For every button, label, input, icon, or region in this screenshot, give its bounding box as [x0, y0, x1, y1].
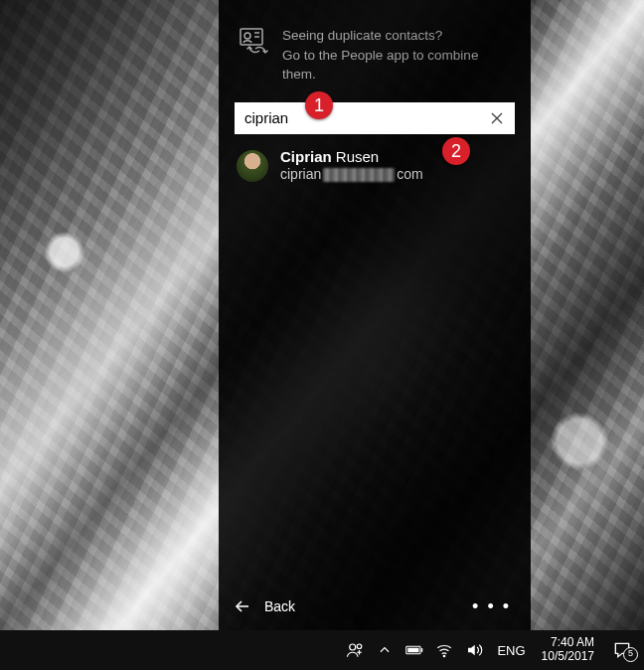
annotation-marker-1: 1	[305, 91, 333, 119]
clear-search-button[interactable]	[483, 102, 511, 134]
svg-point-1	[244, 33, 250, 39]
wifi-icon[interactable]	[435, 641, 453, 659]
arrow-left-icon	[235, 598, 250, 614]
tray-overflow-icon[interactable]	[376, 641, 394, 659]
contact-name: Ciprian Rusen	[280, 148, 423, 167]
more-button[interactable]: • • •	[468, 592, 515, 621]
svg-line-5	[492, 113, 502, 123]
back-button[interactable]: Back	[235, 598, 295, 614]
svg-point-7	[350, 644, 356, 650]
contact-result[interactable]: Ciprian Rusen cipriancom	[219, 134, 531, 194]
svg-point-8	[358, 644, 363, 649]
flyout-footer: Back • • •	[219, 583, 531, 630]
search-wrap	[235, 102, 515, 134]
people-taskbar-icon[interactable]	[346, 641, 364, 659]
taskbar: ENG 7:40 AM 10/5/2017 5	[0, 630, 644, 670]
language-indicator[interactable]: ENG	[495, 643, 527, 658]
desktop-wallpaper: Seeing duplicate contacts? Go to the Peo…	[0, 0, 644, 630]
battery-icon[interactable]	[405, 641, 423, 659]
contacts-combine-icon	[239, 26, 270, 62]
volume-icon[interactable]	[465, 641, 483, 659]
people-flyout: Seeing duplicate contacts? Go to the Peo…	[219, 0, 531, 630]
hint-line2: Go to the People app to combine them.	[282, 46, 511, 84]
contact-email: cipriancom	[280, 166, 423, 184]
duplicate-contacts-hint: Seeing duplicate contacts? Go to the Peo…	[219, 0, 531, 102]
svg-rect-12	[421, 648, 423, 652]
hint-line1: Seeing duplicate contacts?	[282, 26, 511, 46]
svg-rect-0	[241, 29, 262, 45]
svg-point-14	[444, 655, 446, 657]
svg-line-4	[492, 113, 502, 123]
redacted-segment	[323, 168, 395, 182]
search-input[interactable]	[235, 102, 515, 134]
notification-badge: 5	[623, 647, 638, 662]
taskbar-clock[interactable]: 7:40 AM 10/5/2017	[540, 636, 596, 664]
back-label: Back	[264, 598, 295, 614]
annotation-marker-2: 2	[442, 137, 470, 165]
taskbar-date: 10/5/2017	[542, 650, 594, 664]
taskbar-time: 7:40 AM	[551, 636, 594, 650]
svg-rect-13	[408, 648, 419, 653]
action-center-icon[interactable]: 5	[608, 640, 636, 660]
contact-avatar	[237, 150, 268, 182]
